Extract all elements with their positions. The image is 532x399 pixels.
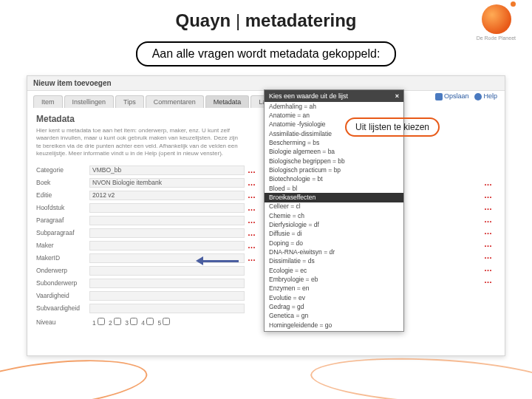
row-input[interactable]: NVON Biologie itembank (89, 178, 245, 188)
row-input[interactable] (89, 228, 245, 238)
list-item[interactable]: Homingeleidende = go (265, 321, 403, 330)
list-item[interactable]: Homeostase = ho (265, 330, 403, 331)
tab-metadata[interactable]: Metadata (205, 95, 250, 108)
orange-bubble: Uit lijsten te kiezen (345, 117, 440, 137)
picker-dots-icon[interactable]: … (248, 166, 256, 174)
picker-dots-icon[interactable]: … (248, 216, 256, 225)
tab-item[interactable]: Item (33, 95, 63, 108)
list-item[interactable]: Enzymen = en (265, 284, 403, 293)
brand-logo-dot (511, 1, 516, 7)
title-left: Quayn (176, 10, 231, 30)
picker-dots-icon[interactable]: … (248, 241, 256, 250)
row-label: Hoofdstuk (36, 204, 89, 211)
list-item[interactable]: Genetica = gn (265, 312, 403, 321)
picker-dots-icon[interactable]: … (484, 251, 493, 260)
niveau-option[interactable]: 1 (92, 319, 105, 327)
popup-header: Kies een waarde uit de lijst × (265, 90, 403, 102)
picker-dots-icon[interactable]: … (484, 227, 493, 236)
niveau-options: 1 2 3 4 5 (92, 318, 174, 327)
list-item[interactable]: Biologie algemeen = ba (265, 148, 403, 157)
list-item[interactable]: Dissimilatie = ds (265, 257, 403, 266)
title-right: metadatering (245, 10, 357, 30)
close-icon[interactable]: × (395, 92, 399, 100)
pointer-arrow (196, 256, 239, 265)
right-dots-column: ……………………… (484, 178, 493, 284)
help-button[interactable]: Help (474, 92, 497, 100)
help-label: Help (483, 92, 497, 100)
row-input[interactable] (89, 291, 245, 301)
row-input[interactable] (89, 279, 245, 288)
list-item[interactable]: Biologische begrippen = bb (265, 157, 403, 166)
row-input[interactable]: 2012 v2 (89, 191, 245, 200)
brand-text: De Rode Planeet (477, 35, 516, 41)
picker-dots-icon[interactable]: … (248, 178, 256, 187)
picker-dots-icon[interactable]: … (248, 191, 256, 200)
tab-tips[interactable]: Tips (115, 95, 144, 108)
picker-dots-icon[interactable]: … (484, 178, 493, 187)
list-item[interactable]: Broeikaseffecten (265, 193, 403, 202)
row-label: Subvaardigheid (36, 304, 89, 312)
picker-dots-icon[interactable]: … (484, 264, 493, 273)
list-item[interactable]: Doping = do (265, 239, 403, 248)
niveau-option[interactable]: 3 (125, 319, 137, 327)
panel-description: Hier kent u metadata toe aan het item: o… (36, 127, 243, 158)
row-input[interactable] (89, 216, 245, 225)
picker-dots-icon[interactable]: … (248, 228, 256, 237)
orange-callout: Uit lijsten te kiezen (345, 117, 440, 137)
list-item[interactable]: Ecologie = ec (265, 266, 403, 275)
niveau-option[interactable]: 2 (109, 319, 121, 327)
page-title: Quayn | metadatering (0, 0, 532, 35)
row-input[interactable] (89, 203, 245, 213)
row-label: Editie (36, 191, 89, 199)
niveau-option[interactable]: 5 (157, 319, 170, 327)
list-item[interactable]: Bescherming = bs (265, 138, 403, 147)
row-input[interactable] (89, 241, 245, 250)
row-label: MakerID (36, 254, 89, 262)
row-input[interactable] (89, 266, 245, 276)
save-label: Opslaan (444, 92, 469, 100)
list-item[interactable]: Dierfysiologie = df (265, 220, 403, 229)
list-item[interactable]: Diffusie = di (265, 230, 403, 239)
list-item[interactable]: Chemie = ch (265, 211, 403, 220)
app-window: Nieuw item toevoegen Opslaan Help ItemIn… (27, 75, 505, 356)
tab-commentaren[interactable]: Commentaren (146, 95, 204, 108)
row-label: Vaardigheid (36, 292, 89, 299)
popup-title: Kies een waarde uit de lijst (269, 92, 348, 100)
main-bubble: Aan alle vragen wordt metadata gekoppeld… (136, 41, 397, 66)
picker-dots-icon[interactable]: … (484, 191, 493, 200)
arrow-line (202, 260, 239, 262)
row-label: Subparagraaf (36, 229, 89, 236)
row-label: Categorie (36, 166, 89, 174)
row-label: Maker (36, 242, 89, 249)
tab-instellingen[interactable]: Instellingen (64, 95, 115, 108)
picker-dots-icon[interactable]: … (484, 202, 493, 211)
list-item[interactable]: Biotechnologie = bt (265, 175, 403, 184)
picker-dots-icon[interactable]: … (484, 215, 493, 224)
decorative-swoosh-right (310, 352, 532, 399)
list-item[interactable]: Biologisch practicum = bp (265, 166, 403, 174)
top-actions: Opslaan Help (435, 92, 497, 100)
picker-dots-icon[interactable]: … (484, 276, 493, 284)
list-item[interactable]: Ademhaling = ah (265, 102, 403, 111)
list-item[interactable]: Embryologie = eb (265, 276, 403, 284)
decorative-swoosh-left (0, 352, 149, 399)
row-label: Paragraaf (36, 216, 89, 224)
picker-dots-icon[interactable]: … (248, 253, 256, 262)
row-input[interactable] (89, 304, 245, 313)
list-item[interactable]: Celleer = cl (265, 202, 403, 211)
save-button[interactable]: Opslaan (435, 92, 469, 100)
row-label: Onderwerp (36, 267, 89, 274)
niveau-option[interactable]: 4 (141, 319, 154, 327)
list-item[interactable]: DNA-RNA-eiwitsyn = dr (265, 248, 403, 257)
list-item[interactable]: Bloed = bl (265, 184, 403, 193)
list-item[interactable]: Evolutie = ev (265, 293, 403, 302)
list-item[interactable]: Gedrag = gd (265, 303, 403, 312)
row-label: Subonderwerp (36, 279, 89, 287)
row-input[interactable]: VMBO_bb (89, 166, 245, 175)
picker-dots-icon[interactable]: … (484, 239, 493, 248)
row-label: Boek (36, 179, 89, 186)
window-title: Nieuw item toevoegen (27, 76, 505, 91)
title-separator: | (236, 10, 240, 30)
picker-dots-icon[interactable]: … (248, 203, 256, 212)
help-icon (474, 93, 482, 100)
